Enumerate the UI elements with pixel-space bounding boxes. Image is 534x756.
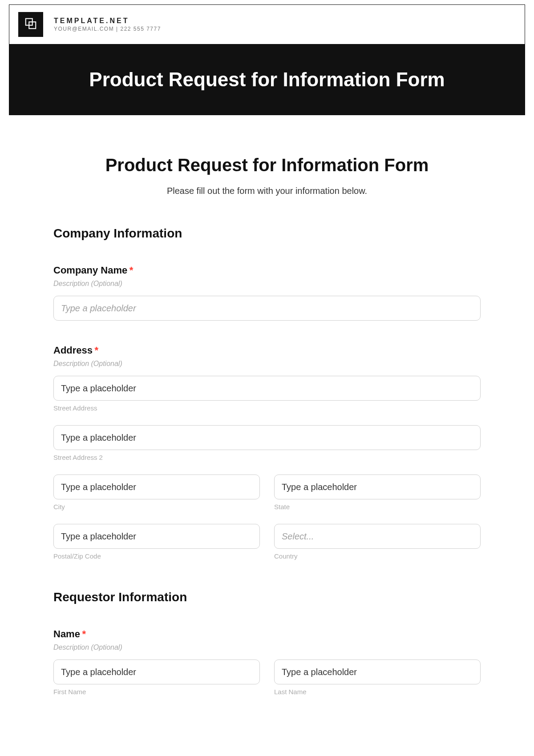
city-state-row: City State	[53, 475, 481, 511]
first-name-input[interactable]	[53, 659, 260, 684]
city-stack: City	[53, 475, 260, 511]
country-select[interactable]	[274, 524, 481, 549]
state-sublabel: State	[274, 503, 481, 511]
street2-input[interactable]	[53, 425, 481, 450]
country-sublabel: Country	[274, 552, 481, 560]
field-company-name: Company Name * Description (Optional)	[53, 265, 481, 321]
city-sublabel: City	[53, 503, 260, 511]
form-subtitle: Please fill out the form with your infor…	[53, 186, 481, 196]
last-name-input[interactable]	[274, 659, 481, 684]
title-banner: Product Request for Information Form	[9, 44, 525, 115]
first-name-sublabel: First Name	[53, 688, 260, 696]
section-heading-company: Company Information	[53, 226, 481, 241]
street2-stack: Street Address 2	[53, 425, 481, 461]
postal-stack: Postal/Zip Code	[53, 524, 260, 560]
field-requestor-name: Name * Description (Optional) First Name…	[53, 628, 481, 696]
company-name-label: Company Name	[53, 265, 127, 276]
name-label-row: Name *	[53, 628, 481, 640]
city-input[interactable]	[53, 475, 260, 499]
address-description: Description (Optional)	[53, 360, 481, 368]
required-mark: *	[82, 628, 86, 639]
last-name-stack: Last Name	[274, 659, 481, 696]
name-description: Description (Optional)	[53, 643, 481, 651]
postal-sublabel: Postal/Zip Code	[53, 552, 260, 560]
banner-title: Product Request for Information Form	[89, 68, 445, 91]
logo-icon	[24, 17, 37, 32]
address-label-row: Address *	[53, 345, 481, 356]
company-name-description: Description (Optional)	[53, 280, 481, 288]
name-label: Name	[53, 628, 80, 639]
state-stack: State	[274, 475, 481, 511]
first-name-stack: First Name	[53, 659, 260, 696]
brand-block: TEMPLATE.NET YOUR@EMAIL.COM | 222 555 77…	[54, 16, 161, 32]
page: TEMPLATE.NET YOUR@EMAIL.COM | 222 555 77…	[9, 4, 525, 696]
required-mark: *	[95, 345, 99, 356]
brand-logo	[18, 12, 43, 37]
postal-country-row: Postal/Zip Code Country	[53, 524, 481, 560]
field-address: Address * Description (Optional) Street …	[53, 345, 481, 560]
form-title: Product Request for Information Form	[53, 155, 481, 175]
required-mark: *	[129, 265, 134, 276]
company-name-input[interactable]	[53, 296, 481, 321]
address-label: Address	[53, 345, 93, 356]
address-group: Street Address Street Address 2 City Sta…	[53, 376, 481, 560]
street1-stack: Street Address	[53, 376, 481, 412]
street1-sublabel: Street Address	[53, 404, 481, 412]
name-row: First Name Last Name	[53, 659, 481, 696]
section-heading-requestor: Requestor Information	[53, 590, 481, 604]
last-name-sublabel: Last Name	[274, 688, 481, 696]
street1-input[interactable]	[53, 376, 481, 401]
street2-sublabel: Street Address 2	[53, 454, 481, 461]
letterhead: TEMPLATE.NET YOUR@EMAIL.COM | 222 555 77…	[9, 4, 525, 44]
state-input[interactable]	[274, 475, 481, 499]
company-name-label-row: Company Name *	[53, 265, 481, 276]
brand-contact: YOUR@EMAIL.COM | 222 555 7777	[54, 26, 161, 32]
country-stack: Country	[274, 524, 481, 560]
postal-input[interactable]	[53, 524, 260, 549]
brand-name: TEMPLATE.NET	[54, 16, 161, 25]
form-content: Product Request for Information Form Ple…	[9, 115, 525, 696]
